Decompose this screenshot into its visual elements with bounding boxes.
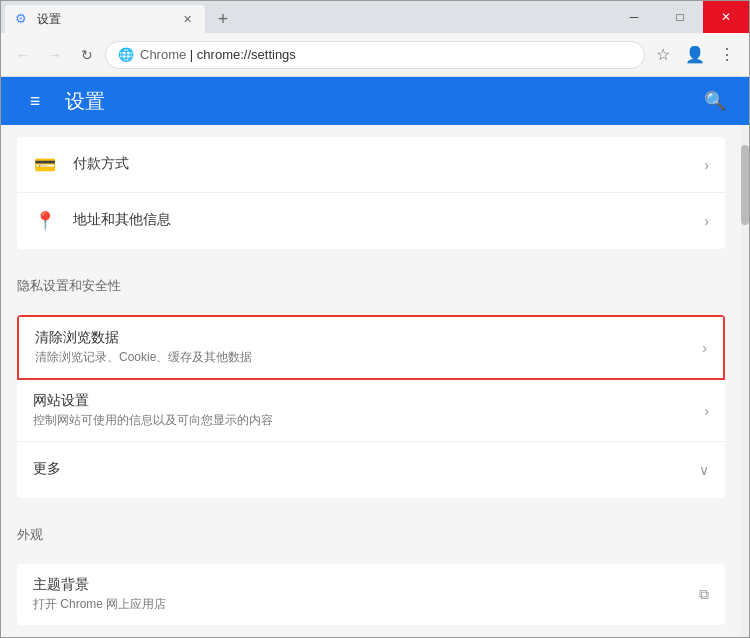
appearance-settings-section: 主题背景 打开 Chrome 网上应用店 ⧉ xyxy=(17,564,725,625)
chrome-menu-button[interactable]: ⋮ xyxy=(713,41,741,69)
site-settings-arrow: › xyxy=(704,403,709,419)
tab-close-button[interactable]: ✕ xyxy=(179,11,195,27)
theme-external-icon: ⧉ xyxy=(699,586,709,603)
clear-browsing-title: 清除浏览数据 xyxy=(35,329,694,347)
clear-browsing-data-item[interactable]: 清除浏览数据 清除浏览记录、Cookie、缓存及其他数据 › xyxy=(17,315,725,380)
more-title: 更多 xyxy=(33,460,691,478)
theme-item[interactable]: 主题背景 打开 Chrome 网上应用店 ⧉ xyxy=(17,564,725,625)
url-scheme: Chrome xyxy=(140,47,186,62)
address-arrow: › xyxy=(704,213,709,229)
profile-button[interactable]: 👤 xyxy=(681,41,709,69)
url-bar[interactable]: 🌐 Chrome | chrome://settings xyxy=(105,41,645,69)
top-settings-section: 💳 付款方式 › 📍 地址和其他信息 › xyxy=(17,137,725,249)
address-title: 地址和其他信息 xyxy=(73,211,696,229)
back-button[interactable]: ← xyxy=(9,41,37,69)
more-privacy-item[interactable]: 更多 ∨ xyxy=(17,442,725,498)
payment-methods-item[interactable]: 💳 付款方式 › xyxy=(17,137,725,193)
payment-icon: 💳 xyxy=(33,153,57,177)
payment-title: 付款方式 xyxy=(73,155,696,173)
content-area: 💳 付款方式 › 📍 地址和其他信息 › 隐私设置和安全性 xyxy=(1,125,741,637)
tab-strip: ⚙ 设置 ✕ + xyxy=(1,1,237,33)
page-title: 设置 xyxy=(65,88,697,115)
scrollbar-thumb[interactable] xyxy=(741,145,749,225)
refresh-button[interactable]: ↻ xyxy=(73,41,101,69)
site-settings-text: 网站设置 控制网站可使用的信息以及可向您显示的内容 xyxy=(33,392,696,429)
url-display: Chrome | chrome://settings xyxy=(140,47,632,62)
url-path: chrome://settings xyxy=(197,47,296,62)
active-tab[interactable]: ⚙ 设置 ✕ xyxy=(5,5,205,33)
appearance-section-label: 外观 xyxy=(1,510,741,552)
site-settings-item[interactable]: 网站设置 控制网站可使用的信息以及可向您显示的内容 › xyxy=(17,380,725,442)
clear-browsing-subtitle: 清除浏览记录、Cookie、缓存及其他数据 xyxy=(35,349,694,366)
privacy-section-label: 隐私设置和安全性 xyxy=(1,261,741,303)
settings-toolbar: ≡ 设置 🔍 xyxy=(1,77,749,125)
address-text: 地址和其他信息 xyxy=(73,211,696,231)
url-separator: | xyxy=(186,47,197,62)
address-item[interactable]: 📍 地址和其他信息 › xyxy=(17,193,725,249)
theme-title: 主题背景 xyxy=(33,576,691,594)
settings-content: 💳 付款方式 › 📍 地址和其他信息 › 隐私设置和安全性 xyxy=(1,125,749,637)
theme-subtitle: 打开 Chrome 网上应用店 xyxy=(33,596,691,613)
scrollbar-track[interactable] xyxy=(741,125,749,637)
address-bar: ← → ↻ 🌐 Chrome | chrome://settings ☆ 👤 ⋮ xyxy=(1,33,749,77)
more-text: 更多 xyxy=(33,460,691,480)
privacy-settings-section: 清除浏览数据 清除浏览记录、Cookie、缓存及其他数据 › 网站设置 控制网站… xyxy=(17,315,725,498)
title-bar: ⚙ 设置 ✕ + ─ □ ✕ xyxy=(1,1,749,33)
browser-window: ⚙ 设置 ✕ + ─ □ ✕ ← → ↻ 🌐 Chrome | chrome:/… xyxy=(0,0,750,638)
tab-favicon: ⚙ xyxy=(15,11,31,27)
close-button[interactable]: ✕ xyxy=(703,1,749,33)
payment-arrow: › xyxy=(704,157,709,173)
tab-title: 设置 xyxy=(37,11,171,28)
clear-browsing-arrow: › xyxy=(702,340,707,356)
site-settings-subtitle: 控制网站可使用的信息以及可向您显示的内容 xyxy=(33,412,696,429)
hamburger-menu-button[interactable]: ≡ xyxy=(17,83,53,119)
url-security-icon: 🌐 xyxy=(118,47,134,63)
window-controls: ─ □ ✕ xyxy=(611,1,749,33)
search-settings-button[interactable]: 🔍 xyxy=(697,83,733,119)
address-icon: 📍 xyxy=(33,209,57,233)
payment-text: 付款方式 xyxy=(73,155,696,175)
bookmark-button[interactable]: ☆ xyxy=(649,41,677,69)
theme-text: 主题背景 打开 Chrome 网上应用店 xyxy=(33,576,691,613)
new-tab-button[interactable]: + xyxy=(209,5,237,33)
clear-browsing-text: 清除浏览数据 清除浏览记录、Cookie、缓存及其他数据 xyxy=(35,329,694,366)
more-chevron-icon: ∨ xyxy=(699,462,709,478)
forward-button[interactable]: → xyxy=(41,41,69,69)
site-settings-title: 网站设置 xyxy=(33,392,696,410)
minimize-button[interactable]: ─ xyxy=(611,1,657,33)
maximize-button[interactable]: □ xyxy=(657,1,703,33)
